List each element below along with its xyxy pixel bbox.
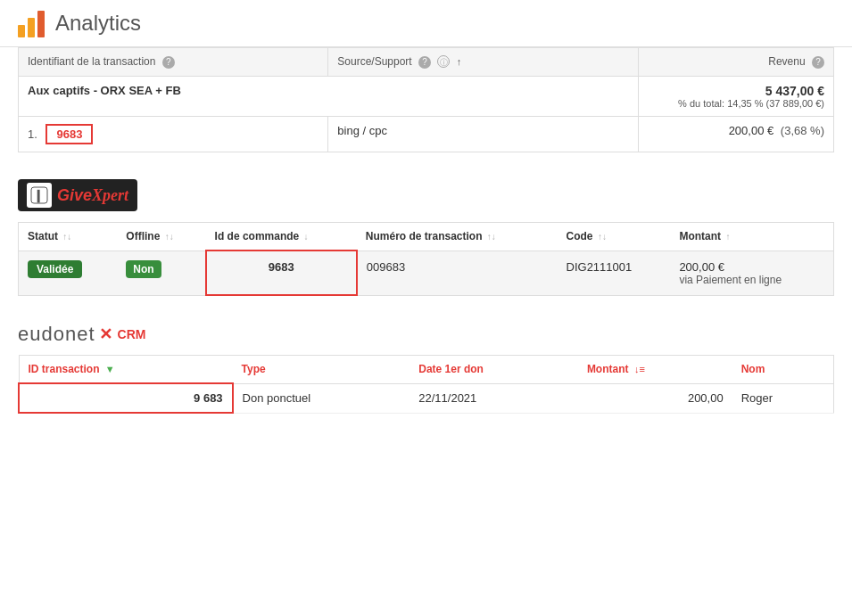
gx-offline-cell: Non <box>117 251 205 295</box>
row-revenu-cell: 200,00 € (3,68 %) <box>638 117 833 152</box>
eudo-data-row: 9 683 Don ponctuel 22/11/2021 200,00 Rog… <box>19 383 834 413</box>
gx-col-offline: Offline ↑↓ <box>117 223 205 251</box>
gx-code-cell: DIG2111001 <box>558 251 671 295</box>
svg-text:❙: ❙ <box>33 188 44 203</box>
eudo-type-cell: Don ponctuel <box>233 383 410 413</box>
analytics-table: Identifiant de la transaction ? Source/S… <box>18 47 834 152</box>
givexpert-logo-text: GiveXpert <box>57 186 128 205</box>
help-icon-revenu[interactable]: ? <box>812 56 824 69</box>
analytics-group-row: Aux captifs - ORX SEA + FB 5 437,00 € % … <box>19 77 834 117</box>
sort-arrow-source[interactable]: ↑ <box>457 56 462 67</box>
eudo-montant-cell: 200,00 <box>578 383 732 413</box>
eudonet-x-icon: ✕ <box>99 324 112 344</box>
givexpert-logo: ❙ GiveXpert <box>18 179 137 211</box>
gx-data-row: Validée Non 9683 009683 DIG2111001 200,0… <box>19 251 834 295</box>
gx-statut-cell: Validée <box>19 251 118 295</box>
row-revenu-pct: (3,68 %) <box>781 124 824 137</box>
app-header: Analytics <box>0 0 852 47</box>
eudo-col-montant[interactable]: Montant ↓≡ <box>578 356 732 384</box>
gx-id-commande-cell: 9683 <box>206 251 357 295</box>
gx-num-transaction-cell: 009683 <box>357 251 558 295</box>
gx-col-statut: Statut ↑↓ <box>19 223 118 251</box>
badge-non: Non <box>126 260 161 278</box>
analytics-section: Identifiant de la transaction ? Source/S… <box>0 47 852 152</box>
sort-id-icon: ▼ <box>105 364 115 374</box>
row-revenu-value: 200,00 € <box>729 124 774 137</box>
gx-col-num-transaction: Numéro de transaction ↑↓ <box>357 223 558 251</box>
row-source-cell: bing / cpc <box>328 117 638 152</box>
group-revenu-cell: 5 437,00 € % du total: 14,35 % (37 889,0… <box>638 77 833 117</box>
col-header-source: Source/Support ? ⓘ ↑ <box>328 48 638 77</box>
col-header-id: Identifiant de la transaction ? <box>19 48 328 77</box>
sort-montant[interactable]: ↑ <box>725 232 730 242</box>
eudonet-table: ID transaction ▼ Type Date 1er don Monta… <box>18 355 834 414</box>
givexpert-logo-icon: ❙ <box>27 183 52 208</box>
gx-header-row: Statut ↑↓ Offline ↑↓ Id de commande ↓ Nu… <box>19 223 834 251</box>
group-revenu-sub: % du total: 14,35 % (37 889,00 €) <box>648 98 824 109</box>
gx-via-paiement: via Paiement en ligne <box>679 274 824 286</box>
analytics-data-row: 1. 9683 bing / cpc 200,00 € (3,68 %) <box>19 117 834 152</box>
eudonet-section: eudonet ✕ CRM ID transaction ▼ Type Date… <box>0 314 852 431</box>
eudo-date-cell: 22/11/2021 <box>409 383 578 413</box>
eudo-col-nom: Nom <box>732 356 834 384</box>
row-id-value: 9683 <box>45 124 93 144</box>
sort-offline[interactable]: ↑↓ <box>165 232 174 242</box>
gx-montant-value: 200,00 € <box>679 260 824 274</box>
badge-validee: Validée <box>28 260 82 278</box>
col-header-revenu: Revenu ? <box>638 48 833 77</box>
eudo-id-cell: 9 683 <box>19 383 233 413</box>
eudonet-logo: eudonet ✕ CRM <box>18 323 834 346</box>
eudonet-logo-text: eudonet <box>18 323 95 346</box>
sort-montant-icon: ↓≡ <box>634 364 645 374</box>
sort-statut[interactable]: ↑↓ <box>62 232 71 242</box>
givexpert-icon-svg: ❙ <box>29 185 49 205</box>
group-name-cell: Aux captifs - ORX SEA + FB <box>19 77 639 117</box>
gx-col-code: Code ↑↓ <box>558 223 671 251</box>
eudo-col-type: Type <box>233 356 410 384</box>
help-icon-id[interactable]: ? <box>162 56 175 69</box>
givexpert-section: ❙ GiveXpert Statut ↑↓ Offline ↑↓ Id de c… <box>0 170 852 314</box>
info-icon-source[interactable]: ⓘ <box>437 55 450 68</box>
page-title: Analytics <box>55 11 141 36</box>
eudo-nom-cell: Roger <box>732 383 834 413</box>
gx-col-id-commande: Id de commande ↓ <box>206 223 357 251</box>
eudonet-crm-label: CRM <box>118 327 146 341</box>
eudo-header-row: ID transaction ▼ Type Date 1er don Monta… <box>19 356 834 384</box>
sort-num-transaction[interactable]: ↑↓ <box>487 232 496 242</box>
sort-id-commande[interactable]: ↓ <box>304 232 309 242</box>
sort-code[interactable]: ↑↓ <box>598 232 607 242</box>
row-id-cell: 1. 9683 <box>19 117 328 152</box>
help-icon-source[interactable]: ? <box>418 56 431 69</box>
eudo-col-date: Date 1er don <box>409 356 578 384</box>
eudo-col-id[interactable]: ID transaction ▼ <box>19 356 233 384</box>
bar-chart-icon <box>18 9 45 37</box>
gx-col-montant: Montant ↑ <box>670 223 833 251</box>
group-revenu-value: 5 437,00 € <box>648 84 824 98</box>
givexpert-table: Statut ↑↓ Offline ↑↓ Id de commande ↓ Nu… <box>18 222 834 296</box>
analytics-logo <box>18 9 45 37</box>
row-number: 1. <box>28 127 37 141</box>
gx-montant-cell: 200,00 € via Paiement en ligne <box>670 251 833 295</box>
